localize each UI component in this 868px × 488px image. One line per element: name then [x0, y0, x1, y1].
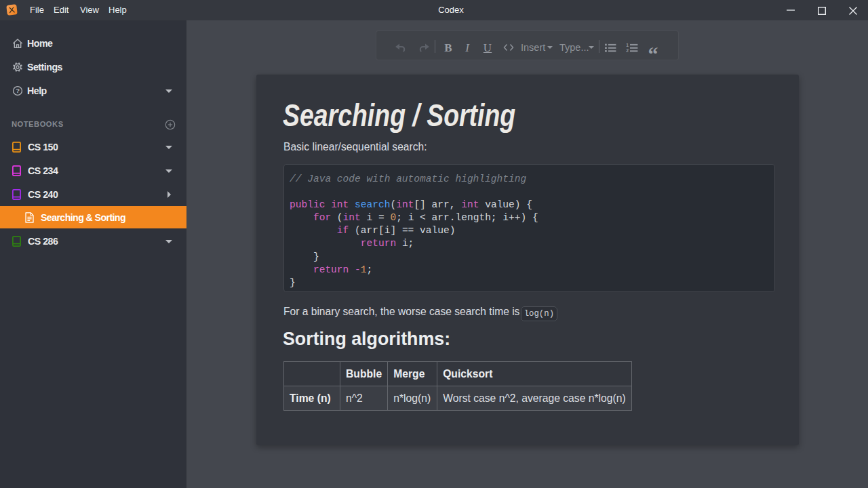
- svg-text:?: ?: [16, 87, 20, 94]
- svg-text:2: 2: [626, 48, 629, 53]
- svg-text:1: 1: [626, 43, 629, 47]
